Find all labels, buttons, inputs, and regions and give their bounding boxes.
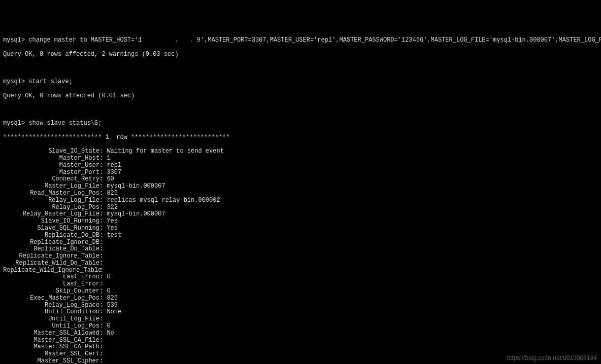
- status-label: Replicate_Wild_Do_Table: [3, 260, 99, 267]
- status-label: Relay_Master_Log_File: [3, 211, 99, 218]
- watermark-text: https://blog.csdn.net/u013068184: [507, 355, 597, 362]
- colon-separator: :: [99, 302, 107, 309]
- row-separator: *************************** 1. row *****…: [3, 134, 598, 141]
- command-line-1: mysql> change master to MASTER_HOST='1 .…: [3, 37, 598, 44]
- status-value: 1: [107, 155, 110, 162]
- status-label: Replicate_Ignore_DB: [3, 239, 99, 246]
- status-row: Replicate_Do_DB: test: [3, 232, 598, 239]
- status-row: Master_Log_File: mysql-bin.000007: [3, 183, 598, 190]
- blank-line: [3, 65, 598, 71]
- status-value: 0: [107, 322, 110, 330]
- prompt: mysql>: [3, 37, 28, 44]
- status-label: Master_SSL_CA_File: [3, 337, 99, 344]
- colon-separator: :: [99, 343, 107, 350]
- status-row: Replicate_Wild_Do_Table:: [3, 260, 598, 267]
- colon-separator: :: [99, 210, 107, 217]
- colon-separator: :: [99, 155, 107, 162]
- status-row: Replicate_Ignore_Table:: [3, 253, 598, 260]
- status-value: 825: [107, 190, 118, 197]
- colon-separator: :: [99, 308, 107, 315]
- status-row: Until_Condition: None: [3, 309, 598, 316]
- status-label: Until_Condition: [3, 309, 99, 316]
- slave-status-output: Slave_IO_State: Waiting for master to se…: [3, 148, 598, 364]
- colon-separator: :: [99, 217, 107, 225]
- colon-separator: :: [99, 357, 107, 364]
- colon-separator: :: [99, 239, 107, 246]
- colon-separator: :: [99, 245, 107, 252]
- colon-separator: :: [99, 148, 107, 155]
- status-label: Until_Log_File: [3, 316, 99, 323]
- status-row: Relay_Log_Pos: 322: [3, 204, 598, 211]
- status-row: Master_SSL_CA_File:: [3, 337, 598, 344]
- colon-separator: :: [99, 197, 107, 204]
- status-label: Until_Log_Pos: [3, 323, 99, 330]
- status-row: Replicate_Wild_Ignore_Table:: [3, 267, 598, 274]
- colon-separator: :: [99, 204, 107, 211]
- status-label: Replicate_Do_Table: [3, 246, 99, 253]
- colon-separator: :: [99, 162, 107, 169]
- status-label: Master_Port: [3, 169, 99, 176]
- result-line-1: Query OK, 0 rows affected, 2 warnings (0…: [3, 51, 598, 58]
- status-label: Relay_Log_Space: [3, 302, 99, 309]
- colon-separator: :: [99, 287, 107, 295]
- status-label: Master_Log_File: [3, 183, 99, 190]
- command-text: start slave;: [28, 78, 72, 85]
- colon-separator: :: [99, 175, 107, 183]
- status-value: No: [107, 330, 114, 337]
- status-row: Until_Log_File:: [3, 316, 598, 323]
- status-value: Waiting for master to send event: [107, 148, 223, 155]
- command-line-2: mysql> start slave;: [3, 79, 598, 86]
- status-value: mysql-bin.000007: [107, 183, 165, 190]
- status-label: Master_Host: [3, 155, 99, 162]
- colon-separator: :: [99, 190, 107, 197]
- status-row: Until_Log_Pos: 0: [3, 323, 598, 330]
- prompt: mysql>: [3, 78, 28, 85]
- prompt: mysql>: [3, 120, 28, 127]
- status-value: None: [107, 308, 121, 315]
- status-label: Master_User: [3, 162, 99, 169]
- command-text: change master to MASTER_HOST='1 . . 9',M…: [28, 37, 601, 44]
- status-label: Master_SSL_Cipher: [3, 358, 99, 364]
- status-label: Read_Master_Log_Pos: [3, 190, 99, 197]
- status-label: Skip_Counter: [3, 288, 99, 295]
- status-row: Exec_Master_Log_Pos: 825: [3, 295, 598, 302]
- colon-separator: :: [99, 225, 107, 232]
- status-row: Read_Master_Log_Pos: 825: [3, 190, 598, 197]
- status-row: Master_Port: 3307: [3, 169, 598, 176]
- status-value: mysql-bin.000007: [107, 210, 165, 217]
- status-value: Yes: [107, 217, 118, 225]
- status-label: Master_SSL_CA_Path: [3, 344, 99, 351]
- status-row: Replicate_Ignore_DB:: [3, 239, 598, 246]
- status-row: Last_Errno: 0: [3, 274, 598, 281]
- colon-separator: :: [99, 183, 107, 190]
- status-row: Master_SSL_CA_Path:: [3, 344, 598, 351]
- colon-separator: :: [99, 169, 107, 176]
- status-row: Relay_Log_File: replicas-mysql-relay-bin…: [3, 197, 598, 204]
- status-row: Relay_Master_Log_File: mysql-bin.000007: [3, 211, 598, 218]
- status-label: Master_SSL_Allowed: [3, 330, 99, 337]
- colon-separator: :: [99, 267, 107, 274]
- status-row: Slave_IO_State: Waiting for master to se…: [3, 148, 598, 155]
- status-label: Last_Errno: [3, 274, 99, 281]
- terminal-output[interactable]: mysql> change master to MASTER_HOST='1 .…: [3, 30, 598, 364]
- status-row: Replicate_Do_Table:: [3, 246, 598, 253]
- colon-separator: :: [99, 295, 107, 302]
- status-value: 825: [107, 295, 118, 302]
- status-label: Last_Error: [3, 281, 99, 288]
- status-row: Last_Error:: [3, 281, 598, 288]
- status-label: Master_SSL_Cert: [3, 351, 99, 358]
- status-value: replicas-mysql-relay-bin.000002: [107, 197, 220, 204]
- status-label: Connect_Retry: [3, 176, 99, 183]
- status-row: Master_User: repl: [3, 162, 598, 169]
- status-value: Yes: [107, 225, 118, 232]
- status-row: Skip_Counter: 0: [3, 288, 598, 295]
- colon-separator: :: [99, 337, 107, 344]
- status-row: Slave_SQL_Running: Yes: [3, 225, 598, 232]
- status-row: Master_SSL_Allowed: No: [3, 330, 598, 337]
- status-row: Relay_Log_Space: 539: [3, 302, 598, 309]
- status-value: 0: [107, 287, 110, 295]
- status-label: Slave_SQL_Running: [3, 225, 99, 232]
- status-label: Replicate_Wild_Ignore_Table: [3, 267, 99, 274]
- command-text: show slave status\G;: [28, 120, 102, 127]
- colon-separator: :: [99, 252, 107, 260]
